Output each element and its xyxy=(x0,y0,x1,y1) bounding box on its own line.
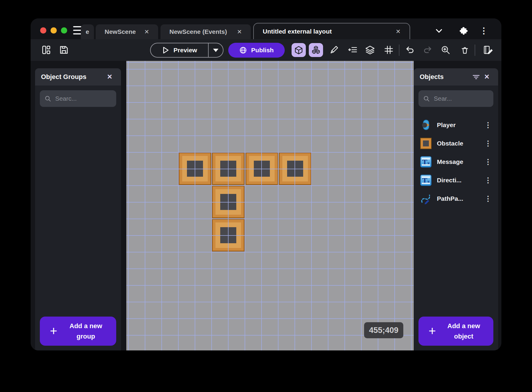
obstacle-instance[interactable] xyxy=(179,152,211,185)
publish-label: Publish xyxy=(251,47,274,54)
add-object-button[interactable]: + Add a new object xyxy=(418,317,493,346)
preview-button[interactable]: Preview xyxy=(151,43,208,57)
toolbar: Preview Publish xyxy=(31,39,501,61)
panel-title: Object Groups xyxy=(41,73,86,81)
filter-icon[interactable] xyxy=(471,72,481,82)
tab-label: Untitled external layout xyxy=(263,28,332,35)
publish-button[interactable]: Publish xyxy=(228,43,285,58)
object-menu-kebab-icon[interactable]: ⋮ xyxy=(484,176,492,184)
obstacle-instance[interactable] xyxy=(245,152,278,185)
tab-label: NewScene xyxy=(105,28,136,35)
preview-split-button: Preview xyxy=(150,43,223,58)
path-paint-icon xyxy=(420,193,432,204)
object-menu-kebab-icon[interactable]: ⋮ xyxy=(484,139,492,148)
traffic-light-close-icon[interactable] xyxy=(40,27,46,34)
grid-icon[interactable] xyxy=(382,43,395,56)
tab-overflow[interactable]: e xyxy=(81,24,94,39)
search-input[interactable] xyxy=(433,95,489,102)
object-label: Directi... xyxy=(437,177,462,184)
caret-down-icon xyxy=(213,49,218,52)
instances-list-icon[interactable] xyxy=(346,43,359,56)
redo-icon[interactable] xyxy=(421,43,434,56)
undo-icon[interactable] xyxy=(403,43,416,56)
edit-pencil-icon[interactable] xyxy=(328,43,341,56)
close-icon[interactable]: ✕ xyxy=(396,28,401,35)
zoom-in-icon[interactable] xyxy=(439,43,452,56)
play-icon xyxy=(162,46,169,54)
tab-label: e xyxy=(86,28,89,35)
objects-list: Player ⋮ Obstacle ⋮ Tx Message ⋮ Tx Dire… xyxy=(414,116,498,208)
window-menu-kebab-icon[interactable]: ⋮ xyxy=(478,26,490,36)
cursor-coordinates-badge: 455;409 xyxy=(364,322,403,338)
edit-scene-properties-icon[interactable] xyxy=(481,43,497,56)
tab-label: NewScene (Events) xyxy=(169,28,227,35)
objects-panel: Objects ✕ Player ⋮ Obstacle xyxy=(414,68,498,350)
instances-view-cubes-icon[interactable] xyxy=(309,43,323,57)
object-menu-kebab-icon[interactable]: ⋮ xyxy=(484,158,492,166)
text-object-icon: Tx xyxy=(420,175,432,186)
obstacle-instance[interactable] xyxy=(212,186,245,218)
search-icon xyxy=(45,95,51,102)
traffic-light-minimize-icon[interactable] xyxy=(51,27,57,34)
object-row-player[interactable]: Player ⋮ xyxy=(414,116,498,134)
object-groups-search xyxy=(40,90,116,107)
obstacle-instance[interactable] xyxy=(212,152,245,185)
obstacle-instance[interactable] xyxy=(279,152,311,185)
traffic-light-zoom-icon[interactable] xyxy=(61,27,67,34)
close-icon[interactable]: ✕ xyxy=(144,28,149,35)
add-object-label: Add a new object xyxy=(438,321,490,342)
chevron-down-icon[interactable] xyxy=(433,26,445,36)
globe-icon xyxy=(239,46,247,54)
app-window: e NewScene ✕ NewScene (Events) ✕ Untitle… xyxy=(31,18,501,350)
search-input[interactable] xyxy=(55,95,111,102)
object-menu-kebab-icon[interactable]: ⋮ xyxy=(484,195,492,203)
object-row-message[interactable]: Tx Message ⋮ xyxy=(414,153,498,171)
tab-bar: e NewScene ✕ NewScene (Events) ✕ Untitle… xyxy=(31,18,501,39)
preview-dropdown-button[interactable] xyxy=(208,43,223,57)
add-group-button[interactable]: + Add a new group xyxy=(40,317,116,346)
object-label: Message xyxy=(437,158,463,165)
plus-icon: + xyxy=(429,324,436,338)
grid-overlay xyxy=(126,61,414,350)
player-icon xyxy=(420,119,432,131)
close-icon[interactable]: ✕ xyxy=(237,28,242,35)
object-menu-kebab-icon[interactable]: ⋮ xyxy=(484,121,492,129)
open-panels-layout-icon[interactable] xyxy=(40,43,53,56)
object-row-directions[interactable]: Tx Directi... ⋮ xyxy=(414,171,498,189)
preview-label: Preview xyxy=(174,47,197,54)
trash-icon[interactable] xyxy=(458,43,471,56)
object-row-pathpainter[interactable]: PathPa... ⋮ xyxy=(414,189,498,208)
object-label: PathPa... xyxy=(437,195,463,202)
object-label: Obstacle xyxy=(437,140,463,147)
toolbar-divider xyxy=(475,45,475,56)
content-area: 455;409 Object Groups ✕ + Add a new grou… xyxy=(31,61,501,350)
tab-newscene-events[interactable]: NewScene (Events) ✕ xyxy=(160,24,251,39)
objects-header: Objects ✕ xyxy=(414,68,498,86)
object-groups-panel: Object Groups ✕ + Add a new group xyxy=(35,68,121,350)
text-object-icon: Tx xyxy=(420,156,432,167)
layers-icon[interactable] xyxy=(363,43,377,56)
toolbar-divider xyxy=(399,45,399,56)
tab-untitled-external-layout[interactable]: Untitled external layout ✕ xyxy=(253,23,410,39)
add-group-label: Add a new group xyxy=(60,321,112,342)
objects-search xyxy=(418,90,493,107)
object-label: Player xyxy=(437,121,456,129)
3d-view-toggle-cube-icon[interactable] xyxy=(292,43,306,57)
search-icon xyxy=(423,95,430,102)
plus-icon: + xyxy=(50,324,57,338)
scene-canvas[interactable]: 455;409 xyxy=(126,61,414,350)
object-groups-header: Object Groups ✕ xyxy=(35,68,121,86)
obstacle-icon xyxy=(420,138,432,149)
obstacle-instance[interactable] xyxy=(212,219,245,252)
panel-title: Objects xyxy=(420,73,444,81)
close-icon[interactable]: ✕ xyxy=(481,72,492,82)
object-row-obstacle[interactable]: Obstacle ⋮ xyxy=(414,134,498,153)
close-icon[interactable]: ✕ xyxy=(104,72,115,82)
save-icon[interactable] xyxy=(57,43,70,56)
tab-newscene[interactable]: NewScene ✕ xyxy=(96,24,158,39)
extensions-puzzle-icon[interactable] xyxy=(458,26,470,36)
